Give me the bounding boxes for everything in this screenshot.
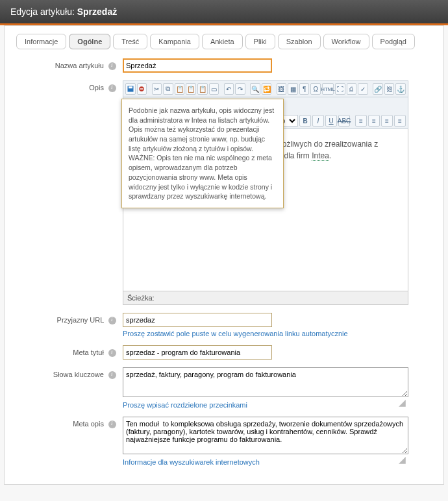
separator	[148, 83, 150, 95]
friendly-url-input[interactable]	[123, 313, 272, 327]
align-justify-icon[interactable]: ≡	[394, 115, 406, 127]
copy-icon[interactable]: ⧉	[163, 83, 173, 95]
tab-kampania[interactable]: Kampania	[150, 34, 199, 49]
paragraph-icon[interactable]: ¶	[299, 83, 310, 95]
article-name-input[interactable]	[123, 58, 272, 73]
description-tooltip: Podobnie jak nazwa artykułu, opis widocz…	[121, 99, 284, 208]
replace-icon[interactable]: 🔁	[262, 83, 272, 95]
select-all-icon[interactable]: ▭	[209, 83, 219, 95]
paste-plain-icon[interactable]: 📋	[197, 83, 208, 95]
keywords-textarea[interactable]: sprzedaż, faktury, paragony, program do …	[123, 367, 408, 397]
link-icon[interactable]: 🔗	[373, 83, 383, 95]
svg-rect-1	[129, 86, 132, 88]
paste-word-icon[interactable]: 📋	[186, 83, 196, 95]
separator	[369, 83, 371, 95]
spellcheck-icon[interactable]: ✓	[358, 83, 368, 95]
separator	[220, 83, 222, 95]
separator	[247, 83, 249, 95]
align-left-icon[interactable]: ≡	[355, 115, 367, 127]
info-icon[interactable]	[108, 371, 116, 379]
delete-icon[interactable]	[137, 83, 147, 95]
tab-podglad[interactable]: Podgląd	[372, 34, 415, 49]
tab-ogolne[interactable]: Ogólne	[69, 34, 110, 49]
tab-szablon[interactable]: Szablon	[278, 34, 321, 49]
svg-rect-3	[140, 88, 143, 90]
undo-icon[interactable]: ↶	[224, 83, 234, 95]
tab-ankieta[interactable]: Ankieta	[202, 34, 243, 49]
editor-text-3: .	[329, 151, 331, 160]
align-center-icon[interactable]: ≡	[368, 115, 380, 127]
separator	[273, 83, 275, 95]
underline-button[interactable]: U	[325, 115, 337, 127]
image-icon[interactable]: 🖼	[277, 83, 287, 95]
header-title: Sprzedaż	[77, 6, 117, 17]
strike-button[interactable]: ABC	[338, 115, 350, 127]
label-keywords: Słowa kluczowe	[53, 371, 104, 378]
tab-bar: Informacje Ogólne Treść Kampania Ankieta…	[12, 34, 436, 49]
paste-icon[interactable]: 📋	[175, 83, 185, 95]
bold-button[interactable]: B	[299, 115, 311, 127]
cut-icon[interactable]: ✂	[152, 83, 162, 95]
tab-workflow[interactable]: Workflow	[323, 34, 369, 49]
info-icon[interactable]	[108, 349, 116, 357]
label-article-name: Nazwa artykułu	[55, 62, 104, 69]
header-prefix: Edycja artykułu:	[10, 6, 77, 17]
label-friendly-url: Przyjazny URL	[57, 316, 104, 324]
html-button[interactable]: HTML	[322, 83, 334, 95]
info-icon[interactable]	[108, 421, 116, 428]
redo-icon[interactable]: ↷	[235, 83, 245, 95]
table-icon[interactable]: ▦	[288, 83, 298, 95]
anchor-icon[interactable]: ⚓	[395, 83, 406, 95]
tab-tresc[interactable]: Treść	[113, 34, 147, 49]
save-icon[interactable]	[125, 83, 136, 95]
unlink-icon[interactable]: ⛓	[384, 83, 395, 95]
label-meta-title: Meta tytuł	[73, 348, 104, 356]
info-icon[interactable]	[108, 62, 116, 70]
italic-button[interactable]: I	[312, 115, 324, 127]
meta-desc-hint: Informacje dla wyszukiwarek internetowyc…	[123, 458, 408, 466]
editor-path-bar: Ścieżka:	[123, 291, 408, 305]
meta-desc-textarea[interactable]: Ten moduł to kompleksowa obsługa sprzeda…	[123, 417, 408, 454]
print-icon[interactable]: ⎙	[347, 83, 357, 95]
info-icon[interactable]	[108, 84, 116, 92]
path-label: Ścieżka:	[127, 294, 155, 302]
page-header: Edycja artykułu: Sprzedaż	[0, 0, 448, 25]
info-icon[interactable]	[108, 317, 116, 324]
tab-pliki[interactable]: Pliki	[245, 34, 275, 49]
align-right-icon[interactable]: ≡	[381, 115, 393, 127]
special-char-icon[interactable]: Ω	[310, 83, 321, 95]
editor-text-underlined-2: Intea	[312, 151, 329, 161]
fullscreen-icon[interactable]: ⛶	[335, 83, 345, 95]
keywords-hint: Proszę wpisać rozdzielone przecinkami	[123, 401, 408, 409]
find-icon[interactable]: 🔍	[250, 83, 260, 95]
tab-informacje[interactable]: Informacje	[16, 34, 66, 49]
label-description: Opis	[89, 84, 104, 92]
label-meta-desc: Meta opis	[73, 420, 104, 428]
friendly-url-hint: Proszę zostawić pole puste w celu wygene…	[123, 330, 408, 337]
editor-toolbar-row-1: ✂ ⧉ 📋 📋 📋 ▭ ↶ ↷ 🔍 🔁 🖼 ▦ ¶ Ω	[123, 80, 408, 97]
separator	[351, 115, 354, 127]
meta-title-input[interactable]	[123, 345, 272, 360]
tooltip-text: Podobnie jak nazwa artykułu, opis widocz…	[129, 106, 274, 200]
